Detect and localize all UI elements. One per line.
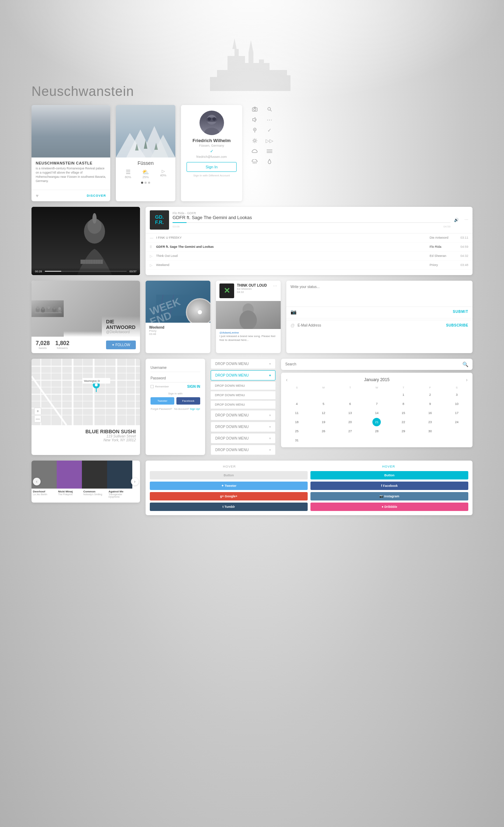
calendar-day[interactable]: 10 [453,400,461,408]
calendar-day[interactable]: 31 [293,436,301,444]
facebook-login-button[interactable]: Facebook [176,397,200,405]
social-button-twitter[interactable]: ✦ Tweeter [150,482,308,490]
calendar-day[interactable]: 13 [346,409,354,417]
slider-prev-button[interactable]: ‹ [33,478,41,485]
heart-icon[interactable]: ♥ [36,193,38,198]
calendar-day[interactable]: 7 [372,400,381,408]
dropdown-item-0[interactable]: DROP DOWN MENU ▾ [211,359,275,369]
dropdown-option-0[interactable]: DROP DOWN MENU [211,382,275,390]
remember-checkbox[interactable] [150,385,154,388]
sign-in-button[interactable]: Sign In [187,162,237,172]
dropdown-item-5[interactable]: DROP DOWN MENU ▾ [211,445,275,455]
track-item[interactable]: ▷ Weekend Priory 03:48 [146,261,472,270]
calendar-day[interactable]: 22 [399,418,408,426]
sign-in-link[interactable]: SIGN IN [187,385,200,388]
slider-item-3[interactable]: Against Me Transgender Dysphoria [107,461,132,503]
post-textarea[interactable] [286,281,472,305]
social-button-facebook[interactable]: f Facebook [310,482,468,490]
camera-icon[interactable] [251,105,259,113]
forward-icon[interactable]: ▷▷ [265,136,274,145]
player-volume-icon[interactable]: 🔊 [454,218,459,222]
track-item[interactable]: — I FINK U FREEKY Die Antwoord 03:11 [146,233,472,243]
player-progress-bar[interactable] [173,222,450,223]
tweeter-login-button[interactable]: Tweeter [150,397,174,405]
follow-button[interactable]: ✦ FOLLOW [106,341,136,349]
calendar-day[interactable]: 20 [346,418,354,426]
calendar-day[interactable]: 12 [319,409,328,417]
calendar-next-button[interactable]: › [466,377,468,383]
sun-icon[interactable] [251,136,259,145]
calendar-day[interactable]: 14 [372,409,381,417]
calendar-day[interactable]: 4 [293,400,301,408]
search-icon-button[interactable]: 🔍 [462,362,468,367]
submit-button[interactable]: SUBMIT [453,310,468,314]
volume-icon[interactable] [251,115,259,124]
dropdown-item-4[interactable]: DROP DOWN MENU ▾ [211,433,275,443]
calendar-day[interactable]: 19 [319,418,328,426]
social-button-teal[interactable]: Button [310,471,468,479]
social-button-gray[interactable]: Button [150,471,308,479]
calendar-day[interactable]: 28 [372,427,381,435]
search-input[interactable] [285,362,460,366]
slider-item-1[interactable]: Nicki Minaj The Pinkprint [57,461,82,503]
calendar-day[interactable]: 26 [319,427,328,435]
video-progress-bar[interactable] [45,271,127,272]
zoom-in-button[interactable]: + [34,408,41,415]
calendar-day[interactable]: 29 [399,427,408,435]
password-input[interactable] [150,374,200,383]
calendar-day[interactable]: 5 [319,400,328,408]
dropdown-item-3[interactable]: DROP DOWN MENU ▾ [211,422,275,432]
player-more-icon[interactable]: ⋯ [464,218,468,222]
post-camera-icon[interactable]: 📷 [290,309,453,315]
water-icon[interactable] [265,157,274,166]
slider-next-button[interactable]: › [131,478,139,485]
zoom-out-button[interactable]: — [34,415,41,422]
email-field[interactable] [298,323,443,327]
calendar-day-name: T [337,385,363,390]
location-icon[interactable] [251,126,259,134]
calendar-day[interactable]: 30 [426,427,434,435]
signup-link[interactable]: Sign Up! [190,407,200,411]
subscribe-button[interactable]: SUBSCRIBE [446,323,468,327]
social-button-dribbble[interactable]: ● Dribbble [310,503,468,511]
calendar-day[interactable]: 9 [426,400,434,408]
dropdown-item-1[interactable]: DROP DOWN MENU ▾ [211,370,275,380]
calendar-day[interactable]: 17 [453,409,461,417]
cloud-icon[interactable] [251,147,259,155]
dot-3[interactable] [148,182,150,184]
calendar-day[interactable]: 16 [426,409,434,417]
calendar-day[interactable]: 2 [426,391,434,399]
calendar-day[interactable]: 24 [453,418,461,426]
username-input[interactable] [150,364,200,372]
social-button-instagram[interactable]: 📷 Instagram [310,492,468,500]
calendar-day[interactable]: 11 [293,409,301,417]
calendar-day[interactable]: 27 [346,427,354,435]
social-button-tumblr[interactable]: t Tumblr [150,503,308,511]
calendar-day[interactable]: 23 [426,418,434,426]
dropdown-item-2[interactable]: DROP DOWN MENU ▾ [211,410,275,420]
social-button-google[interactable]: g+ Google+ [150,492,308,500]
check-icon[interactable]: ✓ [265,126,274,134]
calendar-day[interactable]: 21 [372,418,381,426]
ed-more-icon[interactable]: ⋯ [273,283,277,288]
dropdown-option-1[interactable]: DROP DOWN MENU [211,391,275,399]
dot-2[interactable] [145,182,147,184]
slider-item-2[interactable]: Common Nobody's Smiling [82,461,107,503]
discover-link[interactable]: DISCOVER [87,194,106,197]
track-item[interactable]: II GDFR ft. Sage The Gemini and Lookas F… [146,243,472,252]
dropdown-option-2[interactable]: DROP DOWN MENU [211,401,275,409]
calendar-day[interactable]: 6 [346,400,354,408]
dot-1[interactable] [141,182,143,184]
more-icon[interactable]: ⋯ [265,115,274,124]
calendar-day[interactable]: 8 [399,400,408,408]
calendar-day[interactable]: 25 [293,427,301,435]
calendar-day[interactable]: 18 [293,418,301,426]
calendar-day[interactable]: 1 [399,391,408,399]
search-icon[interactable] [265,105,274,113]
calendar-day[interactable]: 3 [453,391,461,399]
calendar-prev-button[interactable]: ‹ [286,377,288,383]
calendar-day[interactable]: 15 [399,409,408,417]
menu-icon[interactable] [265,147,274,155]
rain-icon[interactable] [251,157,259,166]
track-item[interactable]: ▷ Think Out Loud Ed Sheeran 04:32 [146,252,472,261]
